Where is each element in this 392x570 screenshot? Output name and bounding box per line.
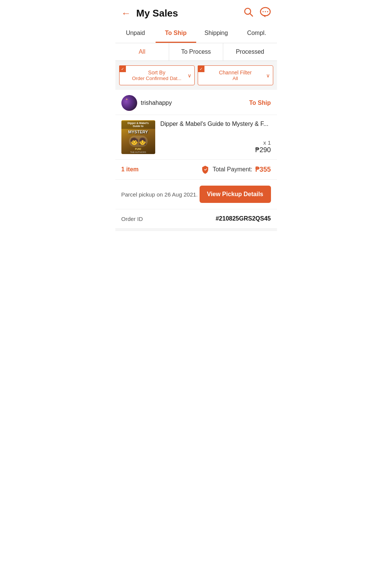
sub-tabs: All To Process Processed	[115, 43, 277, 61]
product-row: Dipper & Mabel'sGuide to MYSTERY 🧒👧 FUN!…	[115, 115, 277, 160]
filter-row: ✓ Sort By Order Confirmed Dat... ∨ ✓ Cha…	[115, 61, 277, 90]
sort-filter-label: Sort By	[148, 70, 165, 76]
sort-filter-button[interactable]: ✓ Sort By Order Confirmed Dat... ∨	[119, 65, 195, 85]
product-info: Dipper & Mabel's Guide to Mystery & F...…	[160, 120, 271, 154]
header-left: ← My Sales	[121, 8, 178, 19]
seller-name: trishahappy	[141, 100, 172, 106]
sort-checkmark: ✓	[119, 65, 126, 72]
order-summary-row: 1 item Total Payment: ₱355	[115, 160, 277, 180]
channel-filter-label: Channel Filter	[219, 70, 251, 76]
order-id-row: Order ID #210825GRS2QS45	[115, 209, 277, 228]
channel-checkmark: ✓	[198, 65, 204, 72]
back-button[interactable]: ←	[121, 8, 131, 19]
total-payment-label: Total Payment:	[213, 166, 253, 173]
header: ← My Sales	[115, 0, 277, 24]
tab-shipping[interactable]: Shipping	[196, 24, 237, 43]
product-image: Dipper & Mabel'sGuide to MYSTERY 🧒👧 FUN!…	[121, 120, 155, 154]
tab-completed[interactable]: Compl.	[236, 24, 277, 43]
tab-to-ship[interactable]: To Ship	[156, 24, 196, 43]
pickup-row: Parcel pickup on 26 Aug 2021. View Picku…	[115, 180, 277, 209]
search-icon[interactable]	[243, 7, 254, 20]
shield-icon	[201, 165, 210, 174]
pickup-info-text: Parcel pickup on 26 Aug 2021.	[121, 191, 198, 198]
channel-chevron-icon: ∨	[266, 73, 270, 79]
item-count-label: item	[126, 166, 139, 172]
order-status-badge: To Ship	[249, 100, 271, 106]
channel-filter-button[interactable]: ✓ Channel Filter All ∨	[198, 65, 273, 85]
product-price: ₱290	[160, 146, 271, 154]
main-tabs: Unpaid To Ship Shipping Compl.	[115, 24, 277, 43]
item-count-number: 1	[121, 166, 125, 172]
sort-filter-value: Order Confirmed Dat...	[132, 76, 182, 81]
svg-line-1	[250, 14, 253, 17]
avatar	[121, 95, 137, 111]
total-payment: Total Payment: ₱355	[201, 165, 271, 174]
svg-point-5	[267, 11, 268, 12]
page-title: My Sales	[136, 8, 178, 19]
tab-unpaid[interactable]: Unpaid	[115, 24, 156, 43]
order-card: trishahappy To Ship Dipper & Mabel'sGuid…	[115, 90, 277, 231]
channel-filter-value: All	[233, 76, 238, 81]
seller-info: trishahappy	[121, 95, 172, 111]
header-icons	[243, 7, 271, 20]
item-count: 1 item	[121, 166, 139, 173]
svg-point-3	[262, 11, 263, 12]
order-id-value: #210825GRS2QS45	[216, 215, 271, 222]
product-name: Dipper & Mabel's Guide to Mystery & F...	[160, 120, 271, 128]
seller-row: trishahappy To Ship	[115, 90, 277, 115]
view-pickup-details-button[interactable]: View Pickup Details	[200, 186, 271, 203]
chat-icon[interactable]	[260, 7, 271, 20]
svg-point-4	[265, 11, 266, 12]
subtab-all[interactable]: All	[115, 43, 170, 60]
subtab-processed[interactable]: Processed	[223, 43, 277, 60]
sort-chevron-icon: ∨	[188, 73, 191, 79]
product-quantity: x 1	[160, 139, 271, 146]
order-id-label: Order ID	[121, 216, 143, 222]
svg-point-0	[245, 8, 251, 14]
total-payment-amount: ₱355	[255, 165, 271, 174]
subtab-to-process[interactable]: To Process	[169, 43, 223, 60]
